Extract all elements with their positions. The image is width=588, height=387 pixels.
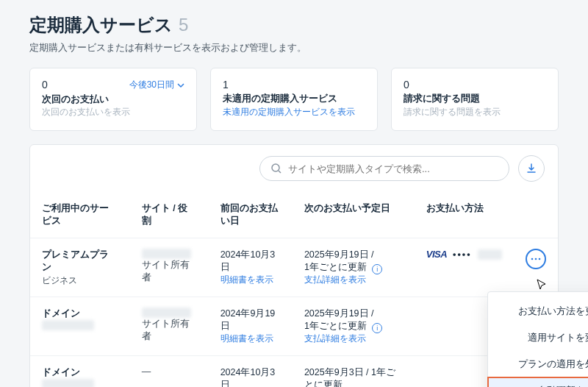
menu-change-site[interactable]: 適用サイトを変更 bbox=[488, 324, 588, 351]
table-row: ドメイン xxxxxxx.com — 2024年10月3日 明細書を表示 202… bbox=[30, 356, 558, 388]
card-unapplied: 1 未適用の定期購入サービス 未適用の定期購入サービスを表示 bbox=[210, 68, 378, 131]
site-masked: XXXXXXXX bbox=[142, 249, 191, 259]
invoice-link[interactable]: 明細書を表示 bbox=[220, 333, 281, 345]
search-input[interactable] bbox=[288, 163, 498, 174]
domain-masked: xxxxxxx.com bbox=[42, 320, 94, 330]
subscription-count: 5 bbox=[179, 15, 188, 35]
page-subtitle: 定期購入サービスまたは有料サービスを表示および管理します。 bbox=[29, 41, 559, 54]
unapplied-label: 未適用の定期購入サービス bbox=[223, 92, 365, 105]
download-button[interactable] bbox=[518, 155, 545, 182]
cursor-icon bbox=[536, 278, 549, 291]
next-date: 2025年9月19日 / bbox=[304, 308, 403, 320]
download-icon bbox=[526, 163, 537, 174]
period-dropdown[interactable]: 今後30日間 bbox=[129, 79, 184, 91]
table-row: プレミアムプラン ビジネス XXXXXXXX サイト所有者 2024年10月3日… bbox=[30, 238, 558, 297]
last-date: 2024年10月3日 bbox=[220, 366, 281, 387]
svg-point-1 bbox=[531, 258, 534, 260]
upcoming-count: 0 bbox=[42, 79, 48, 90]
menu-autorenew-off[interactable]: 自動更新をオフ bbox=[488, 377, 588, 387]
svg-point-3 bbox=[539, 258, 541, 260]
upcoming-label: 次回のお支払い bbox=[42, 93, 184, 106]
next-date: 2025年9月19日 / bbox=[304, 249, 403, 261]
row-actions-button[interactable] bbox=[526, 249, 546, 269]
info-icon[interactable]: i bbox=[372, 264, 382, 274]
issues-link[interactable]: 請求に関する問題を表示 bbox=[404, 106, 546, 118]
page-title: 定期購入サービス 5 bbox=[29, 13, 559, 37]
svg-point-0 bbox=[272, 164, 279, 171]
subscriptions-panel: ご利用中のサービス サイト / 役割 前回のお支払い日 次のお支払い予定日 お支… bbox=[29, 144, 559, 387]
card-last4-masked: •••• bbox=[453, 249, 472, 260]
card-upcoming-payment: 0 今後30日間 次回のお支払い 次回のお支払いを表示 bbox=[29, 68, 197, 131]
subscriptions-table: ご利用中のサービス サイト / 役割 前回のお支払い日 次のお支払い予定日 お支… bbox=[30, 192, 558, 387]
period-label: 今後30日間 bbox=[129, 79, 174, 91]
site-role: サイト所有者 bbox=[142, 259, 197, 284]
table-row: ドメイン xxxxxxx.com XXXXXXXX サイト所有者 2024年9月… bbox=[30, 297, 558, 356]
unapplied-link[interactable]: 未適用の定期購入サービスを表示 bbox=[223, 106, 365, 118]
search-icon bbox=[270, 163, 282, 174]
svg-point-2 bbox=[535, 258, 537, 260]
renew-cycle: 1年ごとに更新 bbox=[304, 321, 367, 331]
card-num-masked: XXXX bbox=[478, 249, 502, 260]
next-date: 2025年9月3日 / 1年ごとに更新 bbox=[304, 366, 403, 387]
chevron-down-icon bbox=[177, 82, 184, 89]
domain-masked: xxxxxxx.com bbox=[42, 379, 94, 387]
site-role: — bbox=[130, 356, 209, 388]
col-method: お支払い方法 bbox=[415, 192, 558, 238]
col-next: 次のお支払い予定日 bbox=[293, 192, 415, 238]
invoice-link[interactable]: 明細書を表示 bbox=[220, 274, 281, 286]
payment-detail-link[interactable]: 支払詳細を表示 bbox=[304, 274, 403, 286]
last-date: 2024年10月3日 bbox=[220, 249, 281, 274]
site-role: サイト所有者 bbox=[142, 318, 197, 343]
service-name: ドメイン bbox=[42, 308, 118, 320]
card-brand: VISA bbox=[426, 249, 447, 260]
last-date: 2024年9月19日 bbox=[220, 308, 281, 333]
upcoming-link[interactable]: 次回のお支払いを表示 bbox=[42, 106, 184, 118]
col-last: 前回のお支払い日 bbox=[209, 192, 293, 238]
issues-count: 0 bbox=[404, 79, 546, 90]
service-name: ドメイン bbox=[42, 366, 118, 379]
service-name: プレミアムプラン bbox=[42, 249, 118, 274]
info-icon[interactable]: i bbox=[372, 323, 382, 333]
site-masked: XXXXXXXX bbox=[142, 308, 191, 318]
col-site: サイト / 役割 bbox=[130, 192, 209, 238]
menu-update-payment[interactable]: お支払い方法を更新 bbox=[488, 298, 588, 324]
issues-label: 請求に関する問題 bbox=[404, 92, 546, 105]
service-sub: ビジネス bbox=[42, 275, 118, 286]
payment-detail-link[interactable]: 支払詳細を表示 bbox=[304, 333, 403, 345]
card-billing-issues: 0 請求に関する問題 請求に関する問題を表示 bbox=[391, 68, 559, 131]
col-service: ご利用中のサービス bbox=[30, 192, 130, 238]
menu-remove-plan[interactable]: プランの適用を外す bbox=[488, 351, 588, 377]
row-actions-menu: お支払い方法を更新 適用サイトを変更 プランの適用を外す 自動更新をオフ プラン… bbox=[487, 291, 588, 387]
title-text: 定期購入サービス bbox=[29, 13, 173, 37]
search-box[interactable] bbox=[259, 156, 509, 181]
more-icon bbox=[531, 258, 541, 260]
unapplied-count: 1 bbox=[223, 79, 365, 90]
renew-cycle: 1年ごとに更新 bbox=[304, 262, 367, 272]
